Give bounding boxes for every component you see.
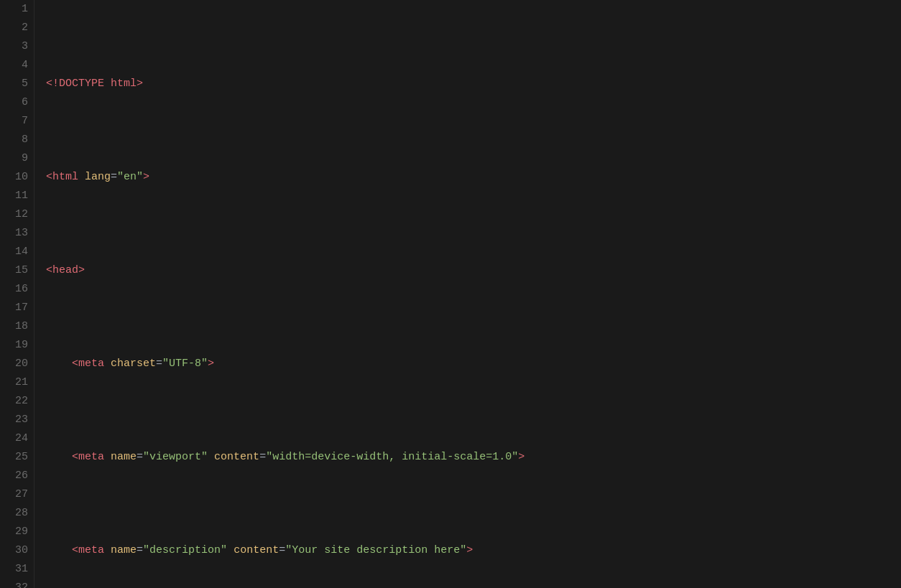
line-num-28: 28 [6, 504, 28, 523]
code-editor: 1 2 3 4 5 6 7 8 9 10 11 12 13 14 15 16 1… [0, 0, 901, 588]
line-num-5: 5 [6, 75, 28, 93]
line-num-14: 14 [6, 243, 28, 261]
line-num-21: 21 [6, 373, 28, 392]
line-num-8: 8 [6, 131, 28, 149]
line-num-27: 27 [6, 485, 28, 504]
line-num-20: 20 [6, 355, 28, 373]
line-num-10: 10 [6, 168, 28, 187]
code-line-4: <meta charset="UTF-8"> [46, 355, 901, 373]
line-num-11: 11 [6, 187, 28, 205]
code-line-1: <!DOCTYPE html> [46, 75, 901, 93]
code-line-2: <html lang="en"> [46, 168, 901, 187]
line-num-32: 32 [6, 579, 28, 588]
line-num-16: 16 [6, 280, 28, 299]
code-line-3: <head> [46, 261, 901, 280]
line-num-29: 29 [6, 523, 28, 541]
line-num-26: 26 [6, 467, 28, 485]
line-num-25: 25 [6, 448, 28, 467]
line-num-17: 17 [6, 299, 28, 317]
line-num-13: 13 [6, 224, 28, 243]
code-content[interactable]: <!DOCTYPE html> <html lang="en"> <head> … [34, 0, 901, 588]
line-num-24: 24 [6, 429, 28, 448]
code-line-5: <meta name="viewport" content="width=dev… [46, 448, 901, 467]
line-num-22: 22 [6, 392, 28, 411]
line-num-30: 30 [6, 541, 28, 560]
line-num-3: 3 [6, 37, 28, 56]
line-num-7: 7 [6, 112, 28, 131]
line-num-12: 12 [6, 205, 28, 224]
line-num-23: 23 [6, 411, 28, 429]
line-num-9: 9 [6, 149, 28, 168]
line-numbers: 1 2 3 4 5 6 7 8 9 10 11 12 13 14 15 16 1… [0, 0, 34, 588]
line-num-1: 1 [6, 0, 28, 19]
line-num-6: 6 [6, 93, 28, 112]
line-num-2: 2 [6, 19, 28, 37]
line-num-19: 19 [6, 336, 28, 355]
line-num-4: 4 [6, 56, 28, 75]
line-num-18: 18 [6, 317, 28, 336]
line-num-31: 31 [6, 560, 28, 579]
line-num-15: 15 [6, 261, 28, 280]
code-line-6: <meta name="description" content="Your s… [46, 541, 901, 560]
